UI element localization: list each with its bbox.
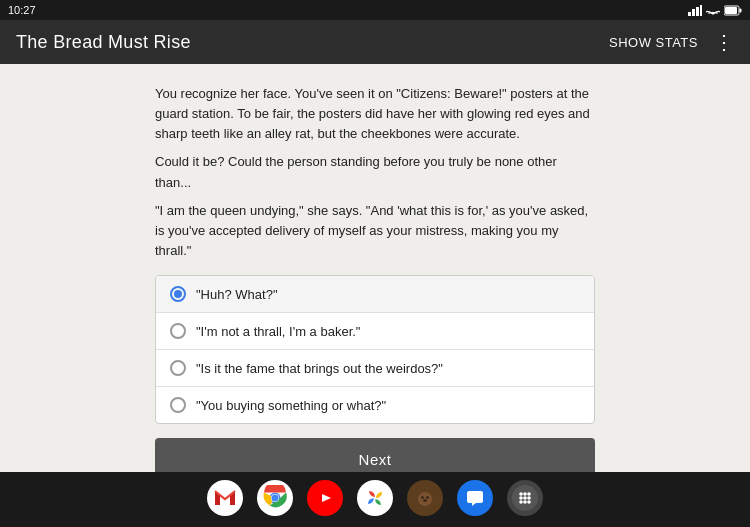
status-time: 10:27 bbox=[8, 4, 36, 16]
app-bar-actions: SHOW STATS ⋮ bbox=[609, 30, 734, 54]
svg-point-28 bbox=[523, 496, 527, 500]
svg-rect-1 bbox=[692, 9, 695, 16]
app-title: The Bread Must Rise bbox=[16, 32, 191, 53]
svg-rect-6 bbox=[725, 7, 737, 14]
status-bar: 10:27 bbox=[0, 0, 750, 20]
signal-icon bbox=[688, 5, 702, 16]
svg-point-18 bbox=[418, 492, 432, 506]
svg-point-24 bbox=[519, 492, 523, 496]
choice-item-1[interactable]: "Huh? What?" bbox=[156, 276, 594, 313]
app-bar: The Bread Must Rise SHOW STATS ⋮ bbox=[0, 20, 750, 64]
taskbar-youtube-icon[interactable] bbox=[307, 480, 343, 516]
choice-item-3[interactable]: "Is it the fame that brings out the weir… bbox=[156, 350, 594, 387]
taskbar-gmail-icon[interactable] bbox=[207, 480, 243, 516]
radio-button-2[interactable] bbox=[170, 323, 186, 339]
choice-label-2: "I'm not a thrall, I'm a baker." bbox=[196, 324, 360, 339]
svg-point-32 bbox=[527, 500, 531, 504]
svg-point-26 bbox=[527, 492, 531, 496]
more-options-icon[interactable]: ⋮ bbox=[714, 30, 734, 54]
choice-item-2[interactable]: "I'm not a thrall, I'm a baker." bbox=[156, 313, 594, 350]
show-stats-button[interactable]: SHOW STATS bbox=[609, 35, 698, 50]
taskbar-apps-icon[interactable] bbox=[507, 480, 543, 516]
svg-rect-0 bbox=[688, 12, 691, 16]
story-paragraph-3: "I am the queen undying," she says. "And… bbox=[155, 201, 595, 261]
wifi-icon bbox=[706, 5, 720, 16]
svg-point-11 bbox=[272, 494, 279, 501]
radio-button-1[interactable] bbox=[170, 286, 186, 302]
story-paragraph-1: You recognize her face. You've seen it o… bbox=[155, 84, 595, 144]
choice-item-4[interactable]: "You buying something or what?" bbox=[156, 387, 594, 423]
radio-button-3[interactable] bbox=[170, 360, 186, 376]
svg-point-25 bbox=[523, 492, 527, 496]
svg-point-19 bbox=[421, 496, 423, 498]
status-icons bbox=[688, 5, 742, 16]
taskbar-photos-icon[interactable] bbox=[357, 480, 393, 516]
svg-point-21 bbox=[423, 499, 427, 501]
battery-icon bbox=[724, 5, 742, 16]
svg-rect-2 bbox=[696, 7, 699, 16]
taskbar-chrome-icon[interactable] bbox=[257, 480, 293, 516]
svg-point-30 bbox=[519, 500, 523, 504]
main-content: You recognize her face. You've seen it o… bbox=[0, 64, 750, 472]
choices-container: "Huh? What?" "I'm not a thrall, I'm a ba… bbox=[155, 275, 595, 424]
choice-label-3: "Is it the fame that brings out the weir… bbox=[196, 361, 443, 376]
taskbar-bear-icon[interactable] bbox=[407, 480, 443, 516]
radio-button-4[interactable] bbox=[170, 397, 186, 413]
choice-label-1: "Huh? What?" bbox=[196, 287, 278, 302]
svg-point-27 bbox=[519, 496, 523, 500]
story-paragraph-2: Could it be? Could the person standing b… bbox=[155, 152, 595, 192]
taskbar-messages-icon[interactable] bbox=[457, 480, 493, 516]
svg-point-31 bbox=[523, 500, 527, 504]
svg-rect-5 bbox=[740, 8, 742, 12]
taskbar bbox=[0, 472, 750, 527]
story-text: You recognize her face. You've seen it o… bbox=[155, 84, 595, 261]
svg-point-29 bbox=[527, 496, 531, 500]
svg-point-20 bbox=[426, 496, 428, 498]
svg-rect-3 bbox=[700, 5, 702, 16]
next-button[interactable]: Next bbox=[155, 438, 595, 472]
radio-inner-1 bbox=[174, 290, 182, 298]
story-container: You recognize her face. You've seen it o… bbox=[155, 84, 595, 462]
choice-label-4: "You buying something or what?" bbox=[196, 398, 386, 413]
